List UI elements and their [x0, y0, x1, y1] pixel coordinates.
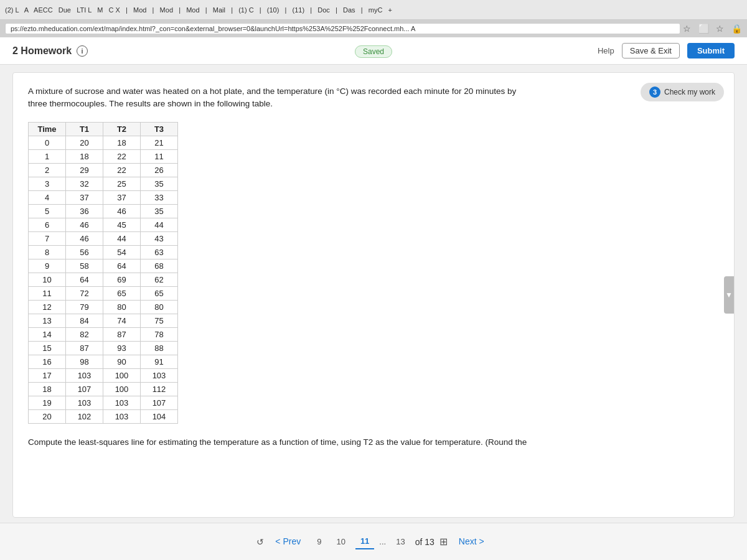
app-title: 2 Homework [12, 45, 72, 57]
prev-label: < Prev [275, 536, 301, 546]
table-cell-18-0: 18 [29, 382, 66, 396]
table-cell-16-3: 91 [141, 355, 178, 368]
redo-icon[interactable]: ↺ [256, 537, 264, 547]
table-cell-4-1: 37 [66, 190, 103, 204]
table-cell-14-2: 87 [103, 327, 141, 341]
problem-description: A mixture of sucrose and water was heate… [28, 85, 526, 111]
header-actions: Help Save & Exit Submit [598, 43, 735, 58]
table-cell-13-2: 74 [103, 314, 141, 327]
table-cell-8-0: 8 [29, 245, 66, 259]
table-cell-9-1: 58 [66, 259, 103, 273]
table-row: 10646962 [29, 273, 178, 286]
info-icon[interactable]: i [77, 45, 88, 57]
scroll-indicator[interactable]: ▼ [724, 276, 734, 314]
table-row: 20102103104 [29, 409, 178, 423]
table-cell-15-0: 15 [29, 341, 66, 355]
app-header: 2 Homework i Saved Help Save & Exit Subm… [0, 37, 747, 65]
table-cell-7-1: 46 [66, 231, 103, 245]
table-cell-17-3: 103 [141, 368, 178, 382]
table-cell-4-2: 37 [103, 190, 141, 204]
table-cell-2-3: 26 [141, 163, 178, 177]
table-row: 14828778 [29, 327, 178, 341]
table-cell-16-2: 90 [103, 355, 141, 368]
grid-icon[interactable]: ⊞ [439, 536, 448, 548]
table-cell-17-1: 103 [66, 368, 103, 382]
table-cell-18-3: 112 [141, 382, 178, 396]
table-cell-8-2: 54 [103, 245, 141, 259]
browser-chrome: (2) L A AECC Due LTI L M C X | Mod | Mod… [0, 0, 747, 20]
address-bar: ps://ezto.mheducation.com/ext/map/index.… [5, 23, 680, 34]
address-bar-row: ps://ezto.mheducation.com/ext/map/index.… [0, 20, 747, 37]
table-cell-1-1: 18 [66, 149, 103, 163]
table-row: 19103103107 [29, 396, 178, 409]
table-header-t1: T1 [66, 122, 103, 136]
table-cell-1-3: 11 [141, 149, 178, 163]
table-cell-1-0: 1 [29, 149, 66, 163]
page-9[interactable]: 9 [312, 534, 326, 549]
table-cell-6-0: 6 [29, 218, 66, 231]
table-cell-20-3: 104 [141, 409, 178, 423]
table-cell-11-0: 11 [29, 286, 66, 300]
submit-button[interactable]: Submit [687, 43, 735, 58]
table-row: 5364635 [29, 204, 178, 218]
check-my-work-button[interactable]: 3 Check my work [641, 83, 724, 101]
table-cell-4-0: 4 [29, 190, 66, 204]
table-cell-7-3: 43 [141, 231, 178, 245]
table-cell-2-1: 29 [66, 163, 103, 177]
next-button[interactable]: Next > [453, 533, 491, 551]
table-cell-2-0: 2 [29, 163, 66, 177]
table-row: 0201821 [29, 136, 178, 149]
tab-label: (2) L A AECC Due LTI L M C X | Mod | Mod… [5, 6, 392, 14]
main-content: 3 Check my work A mixture of sucrose and… [12, 72, 735, 518]
page-10[interactable]: 10 [331, 534, 350, 549]
table-cell-18-2: 100 [103, 382, 141, 396]
table-cell-6-2: 45 [103, 218, 141, 231]
table-cell-15-3: 88 [141, 341, 178, 355]
table-cell-20-1: 102 [66, 409, 103, 423]
table-cell-0-0: 0 [29, 136, 66, 149]
table-row: 4373733 [29, 190, 178, 204]
table-row: 15879388 [29, 341, 178, 355]
table-cell-6-1: 46 [66, 218, 103, 231]
table-cell-11-3: 65 [141, 286, 178, 300]
table-header-t2: T2 [103, 122, 141, 136]
table-cell-10-0: 10 [29, 273, 66, 286]
table-cell-17-0: 17 [29, 368, 66, 382]
table-cell-0-3: 21 [141, 136, 178, 149]
table-cell-0-1: 20 [66, 136, 103, 149]
table-cell-7-0: 7 [29, 231, 66, 245]
table-cell-1-2: 22 [103, 149, 141, 163]
table-cell-11-1: 72 [66, 286, 103, 300]
compute-text: Compute the least-squares line for estim… [28, 436, 719, 449]
table-row: 16989091 [29, 355, 178, 368]
prev-button[interactable]: < Prev [269, 533, 307, 551]
save-exit-button[interactable]: Save & Exit [622, 43, 680, 58]
table-row: 12798080 [29, 300, 178, 314]
table-cell-6-3: 44 [141, 218, 178, 231]
check-circle-icon: 3 [649, 86, 660, 98]
page-11[interactable]: 11 [355, 534, 374, 549]
table-row: 18107100112 [29, 382, 178, 396]
table-cell-16-0: 16 [29, 355, 66, 368]
table-cell-10-2: 69 [103, 273, 141, 286]
table-cell-14-1: 82 [66, 327, 103, 341]
table-row: 2292226 [29, 163, 178, 177]
table-cell-17-2: 100 [103, 368, 141, 382]
page-dots: ... [379, 537, 386, 546]
table-cell-3-2: 25 [103, 177, 141, 190]
table-cell-2-2: 22 [103, 163, 141, 177]
table-cell-9-0: 9 [29, 259, 66, 273]
table-cell-10-1: 64 [66, 273, 103, 286]
of-pages: of 13 [415, 537, 435, 547]
table-cell-3-1: 32 [66, 177, 103, 190]
help-button[interactable]: Help [598, 46, 614, 55]
table-row: 13847475 [29, 314, 178, 327]
table-cell-12-2: 80 [103, 300, 141, 314]
table-cell-11-2: 65 [103, 286, 141, 300]
table-cell-15-2: 93 [103, 341, 141, 355]
table-cell-0-2: 18 [103, 136, 141, 149]
page-13[interactable]: 13 [391, 534, 410, 549]
table-cell-12-3: 80 [141, 300, 178, 314]
table-cell-5-2: 46 [103, 204, 141, 218]
saved-badge: Saved [355, 45, 392, 58]
